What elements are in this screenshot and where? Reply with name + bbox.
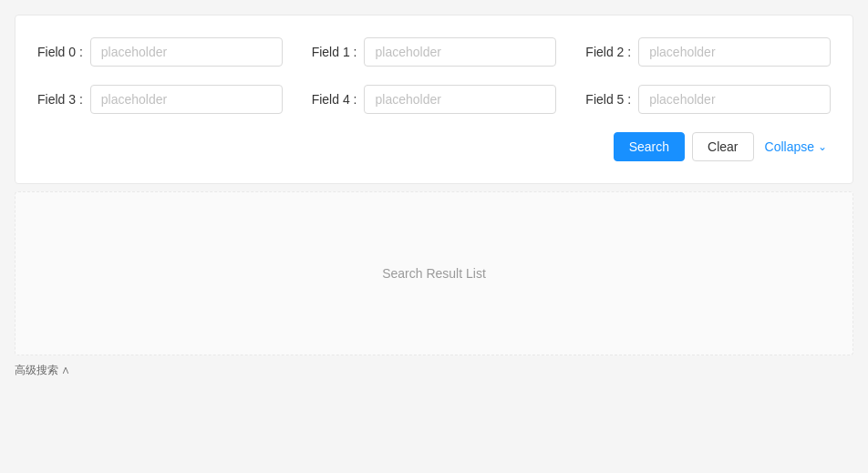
actions-row: Search Clear Collapse ⌄ — [37, 132, 831, 161]
field-3-input[interactable] — [90, 85, 283, 114]
field-5-input[interactable] — [638, 85, 831, 114]
clear-button[interactable]: Clear — [692, 132, 753, 161]
field-1-input[interactable] — [364, 37, 556, 67]
fields-row-2: Field 3 : Field 4 : Field 5 : — [37, 85, 831, 114]
field-4-label: Field 4 : — [312, 92, 357, 107]
footer-text: 高级搜索 ∧ — [15, 363, 853, 378]
collapse-button[interactable]: Collapse ⌄ — [761, 135, 831, 159]
field-2-input[interactable] — [638, 37, 831, 67]
search-panel: Field 0 : Field 1 : Field 2 : Field 3 : … — [15, 15, 853, 184]
field-2-label: Field 2 : — [585, 45, 631, 59]
fields-row-1: Field 0 : Field 1 : Field 2 : — [37, 37, 831, 67]
field-group-2: Field 2 : — [585, 37, 831, 67]
result-panel: Search Result List — [15, 191, 853, 355]
field-group-3: Field 3 : — [37, 85, 283, 114]
collapse-label: Collapse — [765, 139, 814, 154]
field-5-label: Field 5 : — [585, 92, 631, 107]
field-4-input[interactable] — [364, 85, 556, 114]
chevron-down-icon: ⌄ — [818, 140, 827, 153]
result-empty-text: Search Result List — [382, 266, 486, 281]
field-1-label: Field 1 : — [312, 45, 357, 59]
field-0-input[interactable] — [90, 37, 283, 67]
field-group-5: Field 5 : — [585, 85, 831, 114]
field-group-1: Field 1 : — [312, 37, 557, 67]
search-button[interactable]: Search — [614, 132, 685, 161]
field-3-label: Field 3 : — [37, 92, 83, 107]
field-group-0: Field 0 : — [37, 37, 283, 67]
field-0-label: Field 0 : — [37, 45, 83, 59]
field-group-4: Field 4 : — [312, 85, 557, 114]
